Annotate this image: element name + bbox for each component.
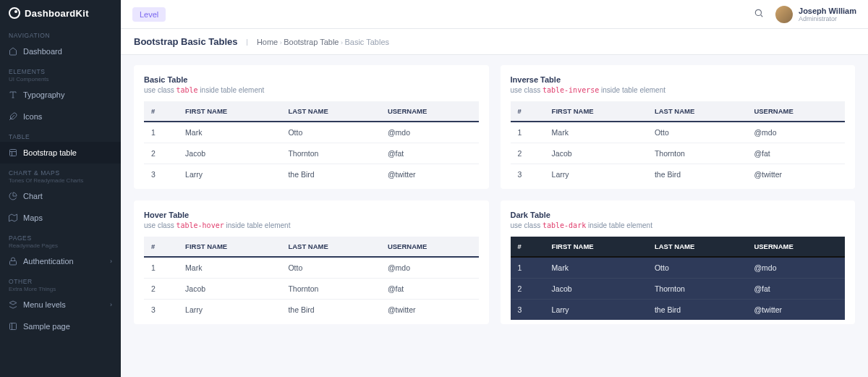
svg-point-11 [755,9,761,15]
breadcrumb-item[interactable]: Bootstrap Table [284,38,339,46]
table-row: 3Larrythe Bird@twitter [144,300,479,321]
table-cell: 3 [511,164,545,185]
table-cell: Otto [281,257,380,279]
sidebar-item-label: Typography [23,90,64,99]
table-header-cell: USERNAME [746,101,845,122]
sidebar-item-authentication[interactable]: Authentication› [0,250,121,272]
sidebar-item-typography[interactable]: Typography [0,84,121,106]
table-row: 1MarkOtto@mdo [511,257,846,279]
table-cell: 1 [511,122,545,143]
table-cell: @twitter [746,164,845,185]
table-cell: Larry [545,164,647,185]
table-cell: @fat [746,143,845,164]
table-cell: @fat [380,279,479,300]
table-cell: @fat [380,143,479,164]
sidebar-section-header: TABLE [0,127,121,142]
table-cell: 3 [511,300,545,321]
sidebar-item-maps[interactable]: Maps [0,207,121,229]
card-description: use class table inside table element [144,86,479,94]
table-header-cell: LAST NAME [281,237,380,257]
sidebar-item-menu-levels[interactable]: Menu levels› [0,294,121,315]
table-cell: the Bird [647,300,746,321]
sidebar-item-dashboard[interactable]: Dashboard [0,41,121,62]
avatar [775,6,793,23]
brand[interactable]: DashboardKit [0,0,121,26]
type-icon [9,90,17,99]
breadcrumb-item[interactable]: Home [257,38,278,46]
svg-marker-6 [9,214,17,221]
table-card: Dark Table use class table-dark inside t… [501,200,856,324]
table-header-cell: FIRST NAME [178,101,281,122]
feather-icon [9,112,17,121]
sidebar-item-label: Bootstrap table [23,148,77,157]
table-cell: Jacob [178,143,281,164]
table-header-cell: # [144,237,178,257]
content: Basic Table use class table inside table… [121,55,868,377]
table-cell: Thornton [647,143,746,164]
svg-line-12 [761,14,763,17]
svg-rect-9 [10,323,17,330]
user-menu[interactable]: Joseph William Administrator [775,6,856,23]
table-cell: @twitter [380,164,479,185]
table-cell: the Bird [647,164,746,185]
lock-icon [9,257,17,266]
sidebar-item-chart[interactable]: Chart [0,185,121,207]
sidebar-item-sample-page[interactable]: Sample page [0,315,121,337]
data-table: #FIRST NAMELAST NAMEUSERNAME 1MarkOtto@m… [144,237,479,320]
table-row: 3Larrythe Bird@twitter [144,164,479,185]
code-class: table [176,86,197,94]
table-cell: 2 [144,279,178,300]
data-table: #FIRST NAMELAST NAMEUSERNAME 1MarkOtto@m… [144,101,479,185]
table-cell: 3 [144,300,178,321]
table-cell: Otto [281,122,380,143]
sidebar-item-bootstrap-table[interactable]: Bootstrap table [0,142,121,164]
card-title: Dark Table [511,211,846,219]
table-row: 2JacobThornton@fat [511,279,846,300]
table-header-cell: LAST NAME [647,101,746,122]
table-row: 1MarkOtto@mdo [144,122,479,143]
table-cell: Jacob [178,279,281,300]
table-cell: Jacob [545,279,647,300]
svg-marker-8 [9,301,17,305]
sidebar-section-header: PAGESReadymade Pages [0,229,121,250]
table-cell: 1 [144,257,178,279]
sidebar-item-label: Maps [23,213,43,222]
sidebar-section-header: NAVIGATION [0,26,121,41]
level-badge[interactable]: Level [132,7,166,22]
sidebar: DashboardKit NAVIGATIONDashboardELEMENTS… [0,0,121,377]
table-card: Basic Table use class table inside table… [134,65,489,189]
table-cell: the Bird [281,300,380,321]
sidebar-item-label: Icons [23,112,42,121]
main: Level Joseph William Administrator Boots… [121,0,868,377]
table-row: 3Larrythe Bird@twitter [511,164,846,185]
card-description: use class table-dark inside table elemen… [511,221,846,229]
sidebar-item-icons[interactable]: Icons [0,106,121,127]
code-class: table-hover [176,221,224,229]
table-header-cell: LAST NAME [647,237,746,257]
table-cell: 1 [144,122,178,143]
chevron-right-icon: › [110,258,112,265]
table-row: 3Larrythe Bird@twitter [511,300,846,321]
svg-rect-7 [10,261,17,266]
chevron-right-icon: › [110,301,112,308]
table-card: Hover Table use class table-hover inside… [134,200,489,324]
table-row: 2JacobThornton@fat [511,143,846,164]
table-icon [9,148,17,157]
table-row: 2JacobThornton@fat [144,143,479,164]
table-header-cell: FIRST NAME [545,101,647,122]
table-cell: 2 [511,279,545,300]
table-cell: 3 [144,164,178,185]
table-header-cell: LAST NAME [281,101,380,122]
table-card: Inverse Table use class table-inverse in… [501,65,856,189]
brand-name: DashboardKit [25,8,89,19]
sidebar-item-label: Chart [23,192,43,200]
table-cell: 2 [144,143,178,164]
search-icon[interactable] [754,8,764,21]
table-cell: @twitter [380,300,479,321]
table-cell: Thornton [281,143,380,164]
table-cell: @mdo [746,122,845,143]
table-cell: Larry [178,300,281,321]
user-name: Joseph William [799,7,856,15]
table-cell: 2 [511,143,545,164]
table-cell: @fat [746,279,845,300]
